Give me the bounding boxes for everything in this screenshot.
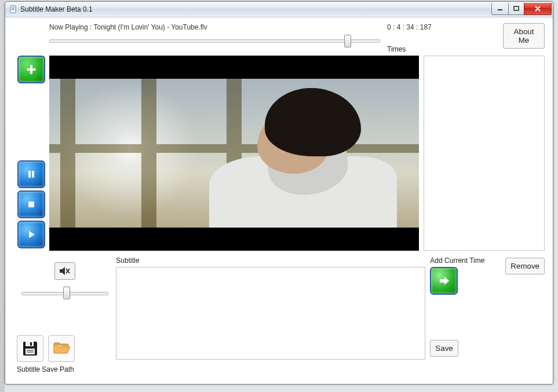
svg-rect-5	[514, 6, 519, 10]
save-file-button[interactable]	[17, 335, 43, 362]
client-area: Now Playing : Tonight (I'm Lovin' You) -…	[5, 17, 553, 384]
open-folder-button[interactable]	[48, 335, 75, 362]
close-button[interactable]	[524, 3, 552, 15]
folder-open-icon	[52, 340, 71, 357]
remove-button[interactable]: Remove	[505, 258, 545, 274]
mute-icon	[59, 266, 71, 276]
minimize-button[interactable]	[491, 3, 509, 15]
svg-rect-9	[28, 171, 31, 178]
svg-rect-0	[10, 6, 16, 13]
save-button[interactable]: Save	[430, 340, 458, 357]
seek-slider[interactable]	[49, 35, 380, 46]
pause-icon	[25, 168, 37, 180]
subtitle-textarea[interactable]	[116, 267, 425, 360]
svg-rect-14	[30, 342, 32, 346]
plus-icon	[24, 62, 39, 77]
titlebar[interactable]: Subtitle Maker Beta 0.1	[5, 2, 553, 17]
stop-button[interactable]	[17, 190, 45, 218]
maximize-icon	[513, 6, 519, 12]
add-subtitle-button[interactable]	[17, 56, 45, 83]
stop-icon	[25, 199, 37, 210]
mute-button[interactable]	[54, 262, 75, 280]
add-current-time-button[interactable]	[430, 267, 458, 295]
svg-rect-13	[25, 342, 34, 346]
maximize-button[interactable]	[508, 3, 524, 15]
volume-slider[interactable]	[21, 287, 108, 299]
desktop-edge	[0, 0, 5, 392]
window-title: Subtitle Maker Beta 0.1	[20, 5, 93, 13]
svg-rect-11	[28, 202, 34, 207]
subtitle-save-path-label: Subtitle Save Path	[17, 365, 74, 373]
svg-rect-10	[32, 171, 34, 178]
svg-rect-4	[498, 9, 502, 10]
app-window: Subtitle Maker Beta 0.1 Now Playing : To…	[5, 1, 553, 384]
play-icon	[25, 229, 37, 240]
svg-rect-15	[25, 349, 35, 354]
floppy-disk-icon	[21, 340, 39, 357]
pause-button[interactable]	[17, 160, 45, 188]
about-me-button[interactable]: About Me	[503, 23, 545, 49]
times-listbox[interactable]	[424, 56, 545, 251]
volume-thumb[interactable]	[63, 287, 70, 299]
seek-track	[49, 39, 380, 43]
timecode-label: 0 : 4 : 34 : 187	[387, 23, 503, 31]
now-playing-label: Now Playing : Tonight (I'm Lovin' You) -…	[49, 23, 381, 31]
arrow-right-icon	[436, 273, 451, 288]
minimize-icon	[497, 6, 503, 12]
video-preview[interactable]	[49, 56, 419, 251]
close-icon	[534, 6, 541, 12]
play-button[interactable]	[17, 221, 45, 248]
subtitle-heading: Subtitle	[116, 257, 425, 265]
app-icon	[9, 5, 18, 14]
seek-thumb[interactable]	[344, 35, 351, 47]
times-heading: Times	[387, 45, 503, 53]
window-controls	[492, 3, 552, 14]
svg-rect-8	[27, 68, 36, 71]
add-current-time-heading: Add Current Time	[430, 257, 505, 265]
